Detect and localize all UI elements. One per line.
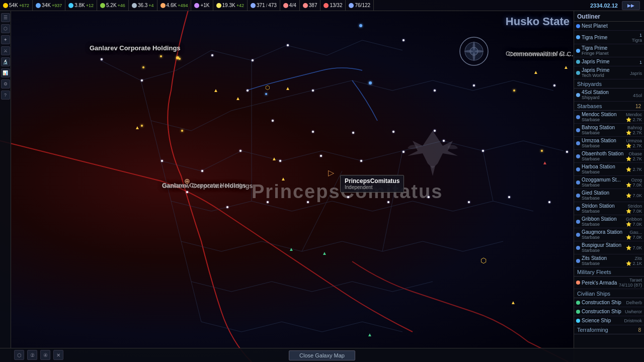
pause-button[interactable]: ▶▶ bbox=[622, 1, 640, 10]
item-subvalue: ⭐ 7.0K bbox=[626, 209, 642, 214]
left-nav-icon-7[interactable]: ⚙ bbox=[1, 79, 10, 88]
star-node[interactable] bbox=[211, 54, 213, 56]
outliner-item-stridon[interactable]: Stridon Station Starbase Stridon ⭐ 7.0K bbox=[574, 202, 644, 215]
left-nav-icon-6[interactable]: 📊 bbox=[1, 68, 10, 77]
star-node[interactable] bbox=[428, 196, 430, 198]
star-node[interactable] bbox=[101, 58, 103, 60]
star-node[interactable] bbox=[267, 201, 269, 203]
star-node[interactable] bbox=[508, 196, 510, 198]
star-node[interactable] bbox=[352, 132, 354, 134]
star-node[interactable] bbox=[468, 201, 470, 203]
star-node[interactable] bbox=[312, 131, 314, 133]
section-shipyards[interactable]: Shipyards bbox=[574, 79, 644, 88]
star-node[interactable] bbox=[347, 196, 349, 198]
item-sub: Starbase bbox=[582, 261, 624, 266]
bottom-icon-4[interactable]: ✕ bbox=[53, 350, 63, 360]
left-nav-icon-2[interactable]: ⬡ bbox=[1, 24, 10, 33]
outliner-item-buspiguur[interactable]: Buspiguur Station Starbase ⭐ 7.0K bbox=[574, 241, 644, 254]
star-node[interactable] bbox=[566, 151, 568, 153]
svg-line-6 bbox=[327, 40, 362, 55]
star-node-blue[interactable] bbox=[369, 81, 372, 84]
star-node[interactable] bbox=[482, 150, 484, 152]
left-nav-icon-1[interactable]: ☰ bbox=[1, 13, 10, 22]
outliner-item-mendoc[interactable]: Mendoc Station Starbase Mendoc ⭐ 2.7K bbox=[574, 111, 644, 124]
unity-delta: +42 bbox=[236, 3, 244, 8]
star-node[interactable] bbox=[473, 84, 475, 86]
outliner-item-harboa[interactable]: Harboa Station Starbase ⭐ 2.7K bbox=[574, 163, 644, 176]
outliner-item-tigra-prime[interactable]: Tigra Prime 1 Tigra bbox=[574, 31, 644, 44]
star-node[interactable] bbox=[142, 66, 144, 68]
left-nav-icon-4[interactable]: ⚔ bbox=[1, 46, 10, 55]
galaxy-map[interactable]: Ganlarev Corporate Holdings Ganlarev Cor… bbox=[0, 0, 574, 362]
item-main: Construction Ship bbox=[582, 309, 623, 314]
section-military[interactable]: Military Fleets bbox=[574, 267, 644, 277]
star-node[interactable] bbox=[553, 84, 555, 86]
star-node[interactable] bbox=[434, 130, 436, 132]
star-node[interactable] bbox=[320, 155, 322, 157]
resource-fleet1: 371 / 473 bbox=[248, 0, 280, 11]
outliner-item-construction-2[interactable]: Construction Ship Uwheror bbox=[574, 307, 644, 316]
star-node-blue[interactable] bbox=[265, 93, 267, 95]
star-node[interactable] bbox=[279, 160, 281, 162]
star-node[interactable] bbox=[160, 55, 162, 57]
bottom-icon-2[interactable]: ② bbox=[27, 350, 37, 360]
outliner-item-4sol-station[interactable]: 4Sol Station Shipyard 4Sol bbox=[574, 88, 644, 102]
outliner-item-gribbon[interactable]: Gribbon Station Starbase Gribbon ⭐ 7.0K bbox=[574, 215, 644, 228]
star-node-blue[interactable] bbox=[359, 24, 362, 27]
star-node[interactable] bbox=[141, 79, 143, 81]
star-node[interactable] bbox=[360, 160, 362, 162]
star-node[interactable] bbox=[541, 150, 543, 152]
close-galaxy-map-button[interactable]: Close Galaxy Map bbox=[289, 350, 355, 360]
outliner-item-obaenhoth[interactable]: Obaenhoth Station Starbase Obase ⭐ 2.7K bbox=[574, 150, 644, 163]
outliner-item-japris-prime[interactable]: Japris Prime 1 bbox=[574, 57, 644, 66]
star-node[interactable] bbox=[181, 130, 183, 132]
star-node[interactable] bbox=[312, 89, 314, 92]
star-node[interactable] bbox=[403, 151, 405, 153]
section-starbases[interactable]: Starbases 12 bbox=[574, 102, 644, 111]
star-node[interactable] bbox=[403, 39, 405, 41]
outliner-item-bahrog[interactable]: Bahrog Station Starbase Bahrog ⭐ 2.7K bbox=[574, 124, 644, 137]
outliner-item-gaugmora[interactable]: Gaugmora Station Starbase Gau... ⭐ 7.0K bbox=[574, 228, 644, 241]
star-node[interactable] bbox=[161, 160, 163, 162]
station-dot bbox=[576, 141, 580, 145]
outliner-item-gied[interactable]: Gied Station Starbase ⭐ 7.0K bbox=[574, 189, 644, 202]
outliner-item-pereks-armada[interactable]: Perek's Armada Taraet 74/110 (87) bbox=[574, 277, 644, 289]
star-node[interactable] bbox=[226, 206, 228, 208]
left-nav-icon-8[interactable]: ? bbox=[1, 90, 10, 100]
outliner-item-nest-planet[interactable]: Nest Planet bbox=[574, 22, 644, 31]
outliner-item-urmzoa[interactable]: Urmzoa Station Starbase Urmzoa ⭐ 2.7K bbox=[574, 137, 644, 150]
svg-line-12 bbox=[272, 90, 312, 101]
left-nav-icon-5[interactable]: 🔬 bbox=[1, 57, 10, 66]
star-node[interactable] bbox=[307, 201, 309, 203]
star-node[interactable] bbox=[392, 131, 394, 133]
outliner-item-construction-1[interactable]: Construction Ship Delherb bbox=[574, 298, 644, 307]
star-node[interactable] bbox=[201, 170, 203, 172]
star-node[interactable] bbox=[287, 44, 289, 46]
section-civilian[interactable]: Civilian Ships bbox=[574, 289, 644, 298]
outliner-item-tigra-fringe[interactable]: Tigra Prime Fringe Planet bbox=[574, 44, 644, 57]
star-node[interactable] bbox=[252, 59, 254, 61]
star-node[interactable] bbox=[443, 140, 445, 142]
bottom-icon-3[interactable]: ④ bbox=[40, 350, 50, 360]
naval-icon bbox=[324, 3, 329, 8]
station-dot bbox=[576, 233, 580, 237]
star-node[interactable] bbox=[272, 120, 274, 122]
star-node[interactable] bbox=[179, 58, 181, 60]
star-node[interactable] bbox=[247, 89, 249, 92]
left-nav-icon-3[interactable]: ✦ bbox=[1, 35, 10, 44]
star-node[interactable] bbox=[141, 125, 143, 127]
star-node[interactable] bbox=[239, 150, 242, 152]
star-node[interactable] bbox=[513, 89, 515, 92]
outliner-item-science-ship[interactable]: Science Ship Dristmok bbox=[574, 316, 644, 325]
star-node[interactable] bbox=[434, 89, 436, 92]
item-right: ⭐ 2.7K bbox=[626, 167, 642, 172]
item-main: Tigra Prime Fringe Planet bbox=[582, 45, 642, 56]
outliner-item-japris-tech[interactable]: Japris Prime Tech World Japris bbox=[574, 66, 644, 79]
star-node[interactable] bbox=[186, 191, 188, 193]
section-terraforming[interactable]: Terraforming 8 bbox=[574, 325, 644, 334]
outliner-item-ozoggamum[interactable]: Ozoggamum St... Starbase Ozog ⭐ 7.0K bbox=[574, 176, 644, 189]
outliner-item-zits[interactable]: Zits Station Starbase Zits ⭐ 2.1K bbox=[574, 254, 644, 267]
star-node[interactable] bbox=[387, 201, 389, 203]
bottom-icon-1[interactable]: ⬡ bbox=[14, 350, 24, 360]
star-node[interactable] bbox=[548, 201, 550, 203]
